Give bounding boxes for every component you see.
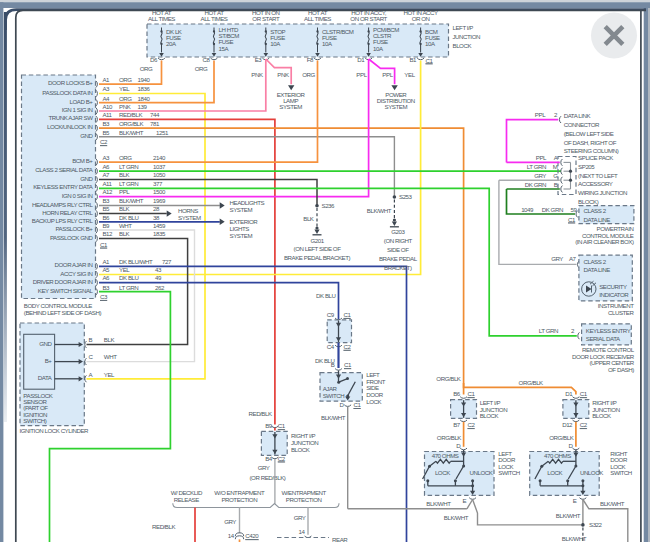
svg-text:E3: E3 — [255, 56, 263, 63]
svg-text:SECURITY: SECURITY — [599, 283, 627, 290]
svg-text:DOOR LOCKS B+: DOOR LOCKS B+ — [48, 79, 93, 86]
svg-text:DATA LINE: DATA LINE — [584, 216, 611, 223]
svg-text:BRAKE PEDAL BRACKET): BRAKE PEDAL BRACKET) — [284, 254, 351, 261]
svg-text:A4: A4 — [102, 95, 110, 102]
svg-text:PPL: PPL — [535, 111, 546, 118]
svg-text:DK BLU: DK BLU — [119, 214, 138, 221]
svg-text:PASSLOCK DATA IN: PASSLOCK DATA IN — [42, 89, 92, 96]
svg-text:SWITCH: SWITCH — [323, 392, 345, 399]
svg-text:ACCY SIG IN: ACCY SIG IN — [60, 270, 92, 277]
svg-text:DATA LINK: DATA LINK — [564, 112, 592, 119]
svg-text:C2: C2 — [278, 455, 286, 462]
svg-text:D1: D1 — [565, 390, 573, 397]
svg-text:(OR RED/BLK): (OR RED/BLK) — [250, 474, 286, 481]
svg-text:SYSTEM: SYSTEM — [230, 232, 253, 239]
svg-text:ORG/BLK: ORG/BLK — [519, 379, 545, 386]
svg-text:GRY: GRY — [534, 172, 546, 179]
svg-text:IGNITION LOCK CYLINDER: IGNITION LOCK CYLINDER — [20, 427, 90, 434]
svg-text:ORG: ORG — [119, 95, 132, 102]
svg-text:ON OR START: ON OR START — [350, 15, 387, 22]
svg-text:C1: C1 — [278, 422, 286, 429]
svg-text:49: 49 — [155, 274, 162, 281]
svg-text:ORG: ORG — [302, 71, 315, 78]
svg-text:SYSTEM: SYSTEM — [178, 214, 201, 221]
svg-text:D1: D1 — [357, 56, 365, 63]
svg-text:470 OHMS: 470 OHMS — [544, 452, 571, 459]
svg-text:14: 14 — [228, 532, 235, 539]
svg-text:KEYLESS ENTRY DATA: KEYLESS ENTRY DATA — [33, 183, 94, 190]
svg-text:EXTERIOR: EXTERIOR — [230, 218, 259, 225]
svg-text:G: G — [553, 172, 558, 179]
svg-text:ACCESSORY: ACCESSORY — [578, 180, 613, 187]
svg-text:BLOCK: BLOCK — [480, 412, 500, 419]
svg-text:DRIVER DOOR AJAR IN: DRIVER DOOR AJAR IN — [33, 278, 93, 285]
svg-text:INSTRUMENT: INSTRUMENT — [598, 302, 634, 309]
svg-text:B: B — [554, 181, 558, 188]
svg-text:A1: A1 — [102, 258, 110, 265]
svg-text:744: 744 — [150, 111, 160, 118]
svg-text:C8: C8 — [203, 56, 211, 63]
svg-text:UNLOCK: UNLOCK — [580, 469, 604, 476]
svg-text:CLASS 2 SERIAL DATA: CLASS 2 SERIAL DATA — [35, 166, 94, 173]
svg-text:DOOR AJAR IN: DOOR AJAR IN — [55, 261, 93, 268]
svg-text:B12: B12 — [102, 230, 113, 237]
svg-text:PNK: PNK — [251, 71, 264, 78]
svg-text:GRY: GRY — [224, 518, 236, 525]
svg-text:DK GRN: DK GRN — [525, 181, 546, 188]
svg-text:BLK/WHT: BLK/WHT — [119, 129, 144, 136]
svg-text:GRY: GRY — [258, 464, 270, 471]
svg-text:A11: A11 — [102, 111, 112, 118]
svg-text:PNK: PNK — [277, 71, 290, 78]
svg-text:BLK/WHT: BLK/WHT — [119, 197, 144, 204]
svg-text:38: 38 — [153, 214, 160, 221]
svg-text:RELEASE: RELEASE — [174, 496, 200, 503]
svg-text:OR START: OR START — [252, 15, 280, 22]
svg-text:ORG: ORG — [195, 65, 208, 72]
svg-text:DATA: DATA — [38, 374, 53, 381]
svg-text:D12: D12 — [562, 421, 573, 428]
svg-text:B3: B3 — [102, 284, 110, 291]
svg-text:BLK/WHT: BLK/WHT — [367, 207, 392, 214]
svg-text:10A: 10A — [270, 40, 281, 47]
svg-text:B7: B7 — [453, 421, 461, 428]
svg-text:BLOCK: BLOCK — [453, 42, 473, 49]
svg-text:10A: 10A — [373, 45, 384, 52]
svg-text:139: 139 — [138, 103, 148, 110]
svg-text:HEADLAMPS RLY CTRL: HEADLAMPS RLY CTRL — [32, 201, 94, 208]
svg-text:IGN 0 SIG IN: IGN 0 SIG IN — [62, 192, 93, 199]
svg-text:SP205: SP205 — [578, 163, 595, 170]
svg-text:ORG/BLK: ORG/BLK — [436, 375, 462, 382]
svg-text:B6: B6 — [102, 214, 110, 221]
svg-text:C2: C2 — [344, 343, 352, 350]
svg-text:RED/BLK: RED/BLK — [152, 523, 176, 530]
svg-text:B6: B6 — [453, 390, 461, 397]
svg-text:A5: A5 — [102, 266, 110, 273]
svg-text:DK BLU/WHT: DK BLU/WHT — [119, 258, 153, 265]
svg-text:GRY: GRY — [294, 514, 306, 521]
svg-text:A6: A6 — [102, 274, 110, 281]
svg-text:A7: A7 — [569, 255, 577, 262]
svg-text:BACKUP LPS RLY CTRL: BACKUP LPS RLY CTRL — [32, 217, 94, 224]
svg-text:PASSLOCK B+: PASSLOCK B+ — [55, 225, 93, 232]
svg-text:SWITCH): SWITCH) — [23, 417, 47, 424]
svg-text:SWITCH: SWITCH — [498, 469, 520, 476]
svg-text:BLK: BLK — [119, 205, 131, 212]
svg-text:10A: 10A — [425, 40, 436, 47]
svg-text:ORG: ORG — [140, 65, 153, 72]
svg-text:CLASS 2: CLASS 2 — [584, 207, 607, 214]
svg-text:B3: B3 — [102, 197, 110, 204]
svg-text:727: 727 — [162, 258, 172, 265]
svg-text:C9: C9 — [327, 311, 335, 318]
svg-text:DK BLU: DK BLU — [119, 274, 138, 281]
svg-text:B: B — [89, 336, 93, 343]
svg-text:A10: A10 — [102, 103, 113, 110]
svg-text:BLK/WHT: BLK/WHT — [600, 500, 625, 507]
svg-text:BLK: BLK — [104, 336, 116, 343]
svg-text:LOAD B+: LOAD B+ — [70, 98, 94, 105]
svg-text:14: 14 — [299, 528, 306, 535]
svg-text:SPLICE PACK: SPLICE PACK — [578, 154, 614, 161]
svg-text:1037: 1037 — [153, 163, 166, 170]
svg-text:SERIAL DATA: SERIAL DATA — [586, 335, 621, 342]
svg-text:PPL: PPL — [356, 71, 367, 78]
svg-text:C1: C1 — [468, 390, 476, 397]
